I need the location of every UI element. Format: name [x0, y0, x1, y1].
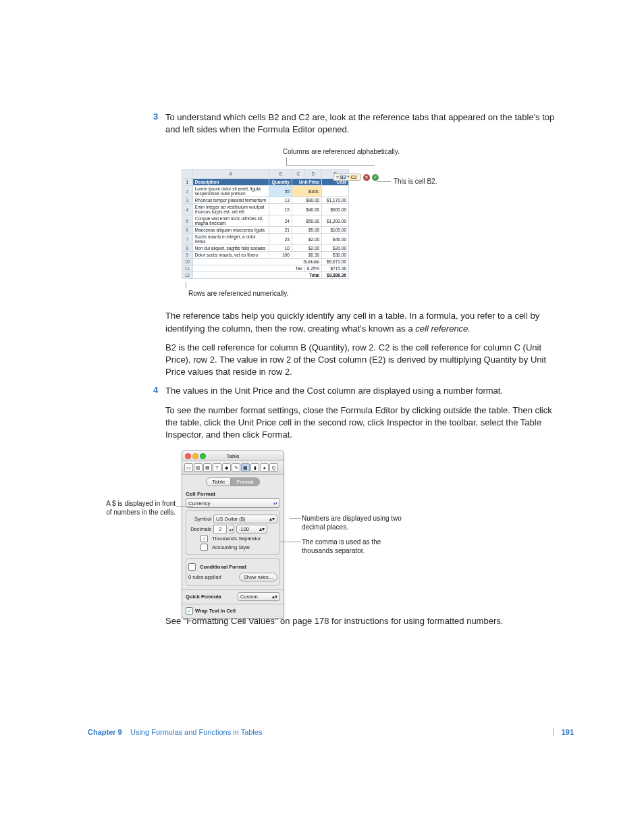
- doc-icon[interactable]: ▭: [184, 463, 193, 472]
- cell-format-label: Cell Format: [182, 489, 284, 497]
- para-reference-tabs: The reference tabs help you quickly iden…: [165, 310, 564, 334]
- inspector-figure: A $ is displayed in front of numbers in …: [182, 450, 564, 606]
- decimals-stepper[interactable]: ▴▾: [229, 525, 234, 533]
- step-number-3: 3: [153, 111, 158, 122]
- corner-cell: [182, 170, 193, 179]
- thousands-checkbox[interactable]: ✓: [200, 535, 208, 542]
- page-footer: Chapter 9 Using Formulas and Functions i…: [88, 728, 574, 736]
- close-icon[interactable]: [185, 453, 191, 459]
- rules-applied: 0 rules applied: [188, 574, 221, 580]
- spreadsheet-figure: Columns are referenced alphabetically. A…: [182, 148, 553, 298]
- columns-caption: Columns are referenced alphabetically.: [283, 148, 553, 166]
- text-icon[interactable]: T: [213, 463, 221, 472]
- step-number-4: 4: [153, 385, 158, 395]
- step-3: 3 To understand which cells B2 and C2 ar…: [165, 111, 564, 136]
- page-number: 191: [553, 728, 574, 736]
- para-to-see: To see the number format settings, close…: [165, 405, 564, 442]
- negative-select[interactable]: -100▴▾: [236, 525, 267, 533]
- step-3-text: To understand which cells B2 and C2 are,…: [165, 111, 564, 136]
- cancel-icon[interactable]: ✕: [363, 174, 370, 181]
- thousands-label: Thousands Separator: [212, 536, 261, 542]
- anno-dollar: A $ is displayed in front of numbers in …: [103, 500, 176, 517]
- symbol-label: Symbol: [188, 516, 211, 522]
- metrics-icon[interactable]: ✎: [232, 463, 240, 472]
- hdr-unit: Unit Price: [292, 179, 321, 186]
- step-4-text: The values in the Unit Price and the Cos…: [165, 385, 564, 397]
- qt-icon[interactable]: Q: [269, 463, 278, 472]
- conditional-label: Conditional Format: [200, 564, 246, 570]
- accounting-label: Accounting Style: [212, 544, 250, 550]
- tab-table[interactable]: Table: [206, 477, 231, 486]
- chapter-number: Chapter 9: [88, 728, 122, 736]
- col-c: C: [292, 170, 304, 179]
- chart-icon[interactable]: ▮: [250, 463, 259, 472]
- conditional-checkbox[interactable]: [188, 563, 196, 571]
- accounting-checkbox[interactable]: [200, 544, 208, 551]
- zoom-icon[interactable]: [200, 453, 206, 459]
- wrap-icon[interactable]: ▤: [203, 463, 212, 472]
- step-4: 4 The values in the Unit Price and the C…: [165, 385, 564, 397]
- quick-formula-select[interactable]: Custom▴▾: [238, 592, 280, 601]
- chapter-title: Using Formulas and Functions in Tables: [130, 728, 262, 736]
- link-icon[interactable]: ●: [260, 463, 269, 472]
- table-icon[interactable]: ▦: [241, 463, 250, 472]
- decimals-field[interactable]: 2: [213, 525, 227, 533]
- quick-formula-label: Quick Formula: [186, 594, 221, 600]
- decimals-label: Decimals: [188, 526, 211, 532]
- symbol-select[interactable]: US Dollar ($)▴▾: [213, 515, 277, 523]
- col-b: B: [269, 170, 292, 179]
- cell-format-select[interactable]: Currency▴▾: [186, 498, 280, 508]
- callout-b2: This is cell B2.: [377, 178, 437, 185]
- wrap-label: Wrap Text in Cell: [195, 608, 236, 614]
- col-d: D: [304, 170, 321, 179]
- minimize-icon[interactable]: [192, 453, 198, 459]
- para-b2-explain: B2 is the cell reference for column B (Q…: [165, 342, 564, 379]
- tab-format[interactable]: Format: [231, 477, 259, 486]
- anno-decimals: Numbers are displayed using two decimal …: [302, 515, 403, 531]
- graphic-icon[interactable]: ◆: [222, 463, 231, 472]
- rows-caption: Rows are referenced numerically.: [188, 282, 553, 298]
- currency-group: Symbol US Dollar ($)▴▾ Decimals 2 ▴▾ -10…: [186, 510, 280, 555]
- formula-editor: =B2*C2 ✕ ✓: [333, 174, 379, 181]
- wrap-checkbox[interactable]: ✓: [186, 607, 193, 615]
- formula-bubble[interactable]: =B2*C2: [333, 174, 361, 181]
- inspector-title: Table: [226, 453, 239, 459]
- show-rules-button[interactable]: Show rules...: [239, 573, 277, 581]
- spreadsheet-table: A B C D E 1 Description Quantity Unit Pr…: [182, 169, 349, 279]
- inspector-titlebar: Table: [182, 451, 284, 461]
- table-inspector: Table ▭ ▥ ▤ T ◆ ✎ ▦ ▮ ● Q Table Format C…: [182, 450, 284, 619]
- conditional-group: Conditional Format 0 rules applied Show …: [186, 558, 280, 585]
- row-1: 1: [182, 179, 193, 186]
- hdr-qty: Quantity: [269, 179, 292, 186]
- hdr-desc: Description: [192, 179, 269, 186]
- anno-comma: The comma is used as the thousands separ…: [302, 538, 403, 555]
- col-a: A: [192, 170, 269, 179]
- inspector-toolbar: ▭ ▥ ▤ T ◆ ✎ ▦ ▮ ● Q: [182, 461, 284, 475]
- layout-icon[interactable]: ▥: [194, 463, 203, 472]
